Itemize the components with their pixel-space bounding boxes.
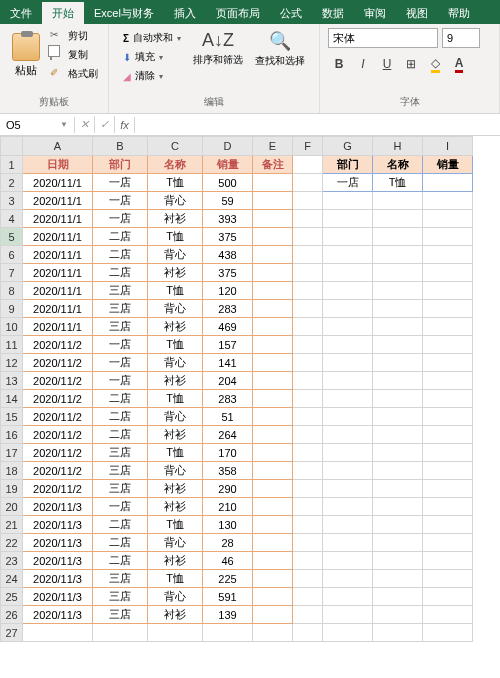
cell-H11[interactable] xyxy=(373,336,423,354)
cell-E7[interactable] xyxy=(253,264,293,282)
cell-G3[interactable] xyxy=(323,192,373,210)
cell-B27[interactable] xyxy=(93,624,148,642)
cell-E20[interactable] xyxy=(253,498,293,516)
row-header-8[interactable]: 8 xyxy=(1,282,23,300)
cell-I9[interactable] xyxy=(423,300,473,318)
cell-G23[interactable] xyxy=(323,552,373,570)
cell-H4[interactable] xyxy=(373,210,423,228)
cell-I6[interactable] xyxy=(423,246,473,264)
cell-H19[interactable] xyxy=(373,480,423,498)
cell-I4[interactable] xyxy=(423,210,473,228)
cell-A23[interactable]: 2020/11/3 xyxy=(23,552,93,570)
cell-D3[interactable]: 59 xyxy=(203,192,253,210)
cell-H18[interactable] xyxy=(373,462,423,480)
find-select-button[interactable]: 🔍 查找和选择 xyxy=(249,28,311,86)
cell-I11[interactable] xyxy=(423,336,473,354)
cell-F13[interactable] xyxy=(293,372,323,390)
cell-E9[interactable] xyxy=(253,300,293,318)
row-header-9[interactable]: 9 xyxy=(1,300,23,318)
cell-B6[interactable]: 二店 xyxy=(93,246,148,264)
cell-G4[interactable] xyxy=(323,210,373,228)
cell-D14[interactable]: 283 xyxy=(203,390,253,408)
cell-C24[interactable]: T恤 xyxy=(148,570,203,588)
cell-D25[interactable]: 591 xyxy=(203,588,253,606)
cell-C14[interactable]: T恤 xyxy=(148,390,203,408)
cell-F11[interactable] xyxy=(293,336,323,354)
col-header-D[interactable]: D xyxy=(203,137,253,156)
cell-H1[interactable]: 名称 xyxy=(373,156,423,174)
cell-H5[interactable] xyxy=(373,228,423,246)
cell-E23[interactable] xyxy=(253,552,293,570)
row-header-22[interactable]: 22 xyxy=(1,534,23,552)
cell-C22[interactable]: 背心 xyxy=(148,534,203,552)
cell-G2[interactable]: 一店 xyxy=(323,174,373,192)
cell-I20[interactable] xyxy=(423,498,473,516)
cell-C8[interactable]: T恤 xyxy=(148,282,203,300)
cell-I19[interactable] xyxy=(423,480,473,498)
cell-F15[interactable] xyxy=(293,408,323,426)
row-header-17[interactable]: 17 xyxy=(1,444,23,462)
cell-C3[interactable]: 背心 xyxy=(148,192,203,210)
cell-I24[interactable] xyxy=(423,570,473,588)
row-header-10[interactable]: 10 xyxy=(1,318,23,336)
cell-B1[interactable]: 部门 xyxy=(93,156,148,174)
clear-button[interactable]: ◢清除▾ xyxy=(121,68,183,84)
tab-1[interactable]: 开始 xyxy=(42,2,84,24)
tab-4[interactable]: 页面布局 xyxy=(206,2,270,24)
cell-G17[interactable] xyxy=(323,444,373,462)
col-header-E[interactable]: E xyxy=(253,137,293,156)
cell-H16[interactable] xyxy=(373,426,423,444)
cell-F23[interactable] xyxy=(293,552,323,570)
cell-E6[interactable] xyxy=(253,246,293,264)
paste-button[interactable]: 粘贴 xyxy=(8,31,44,80)
cell-B25[interactable]: 三店 xyxy=(93,588,148,606)
cell-I18[interactable] xyxy=(423,462,473,480)
cell-E12[interactable] xyxy=(253,354,293,372)
cell-G21[interactable] xyxy=(323,516,373,534)
cell-F18[interactable] xyxy=(293,462,323,480)
cell-E2[interactable] xyxy=(253,174,293,192)
cell-I1[interactable]: 销量 xyxy=(423,156,473,174)
fill-button[interactable]: ⬇填充▾ xyxy=(121,49,183,65)
cell-I2[interactable] xyxy=(423,174,473,192)
cell-I27[interactable] xyxy=(423,624,473,642)
font-size-select[interactable] xyxy=(442,28,480,48)
cell-C6[interactable]: 背心 xyxy=(148,246,203,264)
cell-F26[interactable] xyxy=(293,606,323,624)
row-header-5[interactable]: 5 xyxy=(1,228,23,246)
cell-G27[interactable] xyxy=(323,624,373,642)
cell-C1[interactable]: 名称 xyxy=(148,156,203,174)
cell-D8[interactable]: 120 xyxy=(203,282,253,300)
name-box[interactable]: O5▼ xyxy=(0,117,75,133)
cell-A18[interactable]: 2020/11/2 xyxy=(23,462,93,480)
cell-F24[interactable] xyxy=(293,570,323,588)
border-button[interactable]: ⊞ xyxy=(400,54,422,74)
cell-G13[interactable] xyxy=(323,372,373,390)
cell-C10[interactable]: 衬衫 xyxy=(148,318,203,336)
row-header-15[interactable]: 15 xyxy=(1,408,23,426)
cell-B20[interactable]: 一店 xyxy=(93,498,148,516)
cell-H12[interactable] xyxy=(373,354,423,372)
cell-H6[interactable] xyxy=(373,246,423,264)
cell-C5[interactable]: T恤 xyxy=(148,228,203,246)
cell-C11[interactable]: T恤 xyxy=(148,336,203,354)
cell-C2[interactable]: T恤 xyxy=(148,174,203,192)
cell-A17[interactable]: 2020/11/2 xyxy=(23,444,93,462)
col-header-H[interactable]: H xyxy=(373,137,423,156)
cell-H21[interactable] xyxy=(373,516,423,534)
col-header-F[interactable]: F xyxy=(293,137,323,156)
cell-D19[interactable]: 290 xyxy=(203,480,253,498)
cell-D24[interactable]: 225 xyxy=(203,570,253,588)
cell-F10[interactable] xyxy=(293,318,323,336)
cell-C25[interactable]: 背心 xyxy=(148,588,203,606)
cell-I17[interactable] xyxy=(423,444,473,462)
underline-button[interactable]: U xyxy=(376,54,398,74)
cell-D11[interactable]: 157 xyxy=(203,336,253,354)
row-header-2[interactable]: 2 xyxy=(1,174,23,192)
cell-G12[interactable] xyxy=(323,354,373,372)
cell-C17[interactable]: T恤 xyxy=(148,444,203,462)
cell-A20[interactable]: 2020/11/3 xyxy=(23,498,93,516)
cell-D22[interactable]: 28 xyxy=(203,534,253,552)
cell-A2[interactable]: 2020/11/1 xyxy=(23,174,93,192)
cell-A25[interactable]: 2020/11/3 xyxy=(23,588,93,606)
